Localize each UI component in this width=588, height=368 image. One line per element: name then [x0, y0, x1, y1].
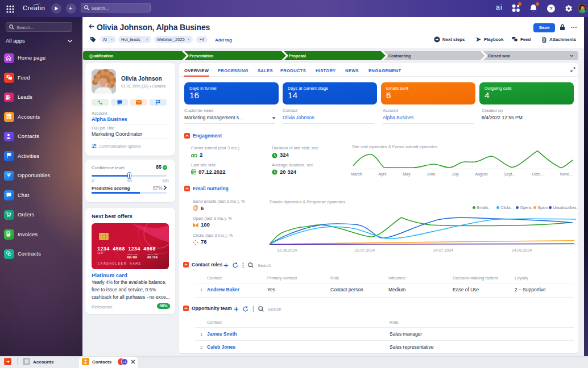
svg-text:Qualification: Qualification	[89, 54, 113, 58]
svg-text:00/00: 00/00	[147, 256, 158, 260]
svg-text:Contracting: Contracting	[388, 54, 411, 58]
svg-text:CARDHOLDER NAME: CARDHOLDER NAME	[98, 262, 142, 266]
svg-text:Closed won: Closed won	[488, 54, 510, 58]
svg-text:1234: 1234	[97, 252, 103, 254]
svg-text:Presentation: Presentation	[189, 54, 213, 58]
svg-text:Proposal: Proposal	[289, 54, 306, 58]
svg-text:1234 4568 1234 4568: 1234 4568 1234 4568	[97, 246, 156, 252]
svg-text:00/00: 00/00	[127, 256, 137, 260]
